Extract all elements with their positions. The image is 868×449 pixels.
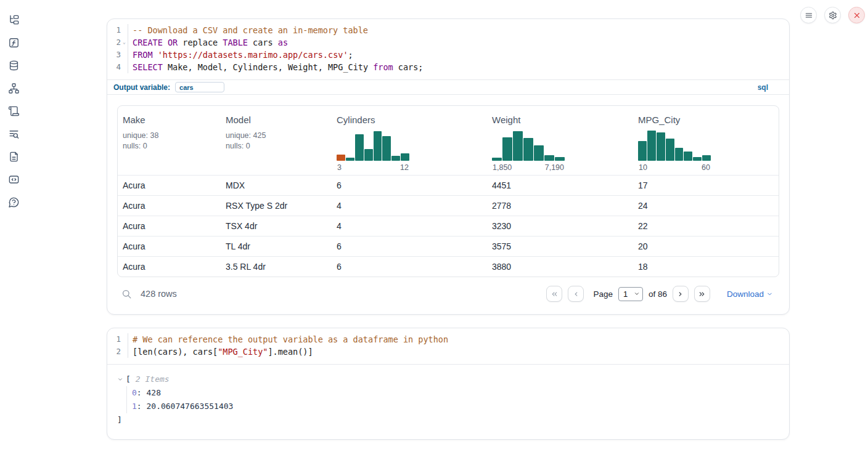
- table-cell: TSX 4dr: [221, 221, 332, 231]
- logs-icon[interactable]: [8, 105, 20, 117]
- sql-code-editor[interactable]: 1-- Download a CSV and create an in-memo…: [107, 19, 789, 79]
- table-cell: Acura: [118, 221, 221, 231]
- histogram-bar: [544, 155, 554, 161]
- gear-icon: [829, 11, 837, 20]
- menu-button[interactable]: [800, 7, 817, 23]
- histogram-bar: [666, 139, 674, 161]
- tree-entry-key: 0: [132, 386, 137, 400]
- code-token: cars;: [393, 62, 424, 72]
- sidebar-rail: [0, 0, 27, 208]
- table-row[interactable]: AcuraTSX 4dr4323022: [118, 216, 779, 236]
- code-text: FROM 'https://datasets.marimo.app/cars.c…: [128, 49, 789, 61]
- stat-line: unique: 425: [226, 131, 327, 141]
- output-variable-input[interactable]: [175, 82, 224, 92]
- column-header[interactable]: Modelunique: 425nulls: 0: [221, 113, 332, 172]
- table-cell: 6: [332, 241, 487, 251]
- table-cell: 4: [332, 221, 487, 231]
- table-cell: 3575: [487, 241, 633, 251]
- tree-root-row: [ 2 Items: [117, 373, 779, 386]
- next-page-button[interactable]: [673, 286, 689, 302]
- snippets-icon[interactable]: [8, 174, 20, 185]
- table-cell: 4: [332, 201, 487, 211]
- hamburger-icon: [805, 11, 813, 20]
- python-code-editor[interactable]: 1# We can reference the output variable …: [107, 328, 789, 365]
- row-count: 428 rows: [141, 289, 177, 299]
- axis-max-label: 7,190: [545, 163, 564, 172]
- histogram-axis-labels: 312: [337, 163, 409, 172]
- table-row[interactable]: AcuraMDX6445117: [118, 175, 779, 195]
- column-stats: unique: 425nulls: 0: [226, 131, 327, 152]
- code-token: # We can reference the output variable a…: [133, 334, 448, 344]
- table-row[interactable]: AcuraTL 4dr6357520: [118, 236, 779, 256]
- code-token: -- Download a CSV and create an in-memor…: [133, 25, 368, 35]
- previous-page-button[interactable]: [568, 286, 584, 302]
- column-header[interactable]: Makeunique: 38nulls: 0: [118, 113, 221, 172]
- output-variable-bar: Output variable: sql: [107, 79, 789, 95]
- code-token: [153, 50, 158, 60]
- table-cell: RSX Type S 2dr: [221, 201, 332, 211]
- file-tree-icon[interactable]: [8, 14, 20, 26]
- code-line: 3FROM 'https://datasets.marimo.app/cars.…: [107, 49, 789, 61]
- dependency-graph-icon[interactable]: [8, 83, 20, 94]
- tree-open-bracket: [: [126, 373, 131, 386]
- histogram-bar: [355, 134, 364, 161]
- page-label: Page: [593, 289, 613, 299]
- code-line: 1# We can reference the output variable …: [107, 333, 789, 346]
- code-token: ].mean()]: [268, 347, 313, 357]
- download-button[interactable]: Download: [727, 289, 773, 299]
- search-list-icon[interactable]: [8, 128, 20, 140]
- close-button[interactable]: [848, 7, 865, 23]
- settings-button[interactable]: [824, 7, 841, 23]
- axis-min-label: 10: [639, 163, 647, 172]
- line-number: 2: [107, 36, 121, 49]
- code-line: 4SELECT Make, Model, Cylinders, Weight, …: [107, 61, 789, 73]
- tree-entry: 0: 428: [132, 386, 779, 400]
- page-select[interactable]: 1: [618, 287, 643, 301]
- histogram-bar: [523, 138, 533, 161]
- line-number: 1: [107, 24, 121, 36]
- notebook: 1-- Download a CSV and create an in-memo…: [107, 0, 790, 440]
- histogram-axis-labels: 1,8507,190: [492, 163, 565, 172]
- column-name: Cylinders: [337, 115, 482, 125]
- histogram-bar: [391, 156, 400, 161]
- stat-line: nulls: 0: [226, 141, 327, 152]
- tree-entry-value: : 20.060747663551403: [137, 400, 234, 413]
- column-header[interactable]: Cylinders312: [332, 113, 487, 172]
- tree-entry-value: : 428: [137, 386, 161, 400]
- documentation-icon[interactable]: [8, 151, 20, 163]
- column-header[interactable]: Weight1,8507,190: [487, 113, 633, 172]
- language-badge: sql: [758, 83, 768, 92]
- fold-caret[interactable]: ⌄: [121, 36, 128, 49]
- code-token: [163, 38, 168, 47]
- line-number: 4: [107, 61, 121, 73]
- code-token: "MPG_City": [218, 347, 268, 357]
- column-header[interactable]: MPG_City1060: [633, 113, 779, 172]
- functions-icon[interactable]: [8, 37, 20, 49]
- help-icon[interactable]: [8, 196, 20, 208]
- table-cell: 6: [332, 180, 487, 190]
- database-icon[interactable]: [8, 60, 20, 71]
- table-cell: Acura: [118, 201, 221, 211]
- table-cell: 4451: [487, 180, 633, 190]
- tree-collapse-caret[interactable]: [117, 376, 125, 382]
- total-pages-label: of 86: [649, 289, 667, 299]
- first-page-button[interactable]: [546, 286, 562, 302]
- chevron-down-icon: [634, 291, 640, 297]
- table-cell: 22: [633, 221, 779, 231]
- table-cell: MDX: [221, 180, 332, 190]
- page-select-value: 1: [623, 289, 628, 299]
- histogram-bar: [364, 149, 373, 161]
- table-row[interactable]: Acura3.5 RL 4dr6388018: [118, 256, 779, 277]
- code-token: TABLE: [223, 38, 248, 47]
- table-cell: 6: [332, 262, 487, 272]
- search-icon[interactable]: [121, 288, 133, 300]
- chevrons-right-icon: [698, 290, 706, 298]
- table-row[interactable]: AcuraRSX Type S 2dr4277824: [118, 195, 779, 216]
- code-line: 1-- Download a CSV and create an in-memo…: [107, 24, 789, 36]
- axis-max-label: 12: [400, 163, 409, 172]
- line-number: 3: [107, 49, 121, 61]
- table-cell: 3230: [487, 221, 633, 231]
- last-page-button[interactable]: [694, 286, 710, 302]
- code-token: Make, Model, Cylinders, Weight, MPG_City: [163, 62, 373, 72]
- code-text: [len(cars), cars["MPG_City"].mean()]: [128, 346, 789, 358]
